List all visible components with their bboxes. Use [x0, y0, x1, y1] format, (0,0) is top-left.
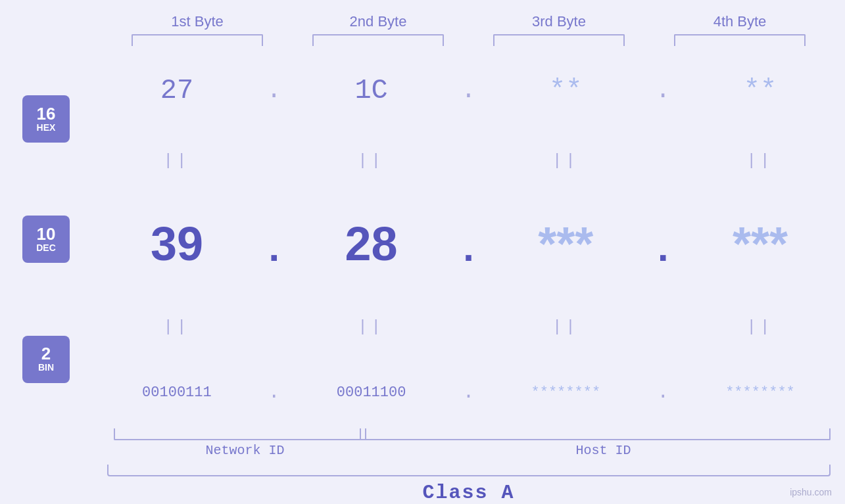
badges-column: 16 HEX 10 DEC 2 BIN [0, 53, 92, 426]
host-bracket [360, 428, 831, 440]
equals1-b2: || [299, 152, 444, 170]
equals1-b4: || [688, 152, 833, 170]
top-brackets [107, 34, 831, 46]
byte3-header: 3rd Byte [487, 13, 631, 30]
hex-byte1: 27 [105, 75, 249, 106]
main-grid: 16 HEX 10 DEC 2 BIN 27 . 1C . ** . ** [0, 53, 845, 426]
network-bracket [114, 428, 366, 440]
bin-dot3: . [650, 381, 676, 403]
bracket-byte4 [674, 34, 806, 46]
equals-row-2: || || || || [99, 317, 838, 337]
hex-dot1: . [261, 76, 287, 104]
class-bracket [107, 465, 831, 476]
dec-byte4: *** [688, 217, 833, 271]
hex-byte3: ** [493, 75, 638, 106]
badge-hex-label: HEX [37, 122, 56, 133]
badge-bin-number: 2 [41, 345, 51, 362]
bin-byte3: ******** [493, 384, 638, 401]
badge-dec-number: 10 [37, 225, 56, 242]
dec-dot2: . [455, 228, 481, 273]
network-id-label: Network ID [114, 443, 377, 458]
badge-bin-label: BIN [38, 362, 54, 373]
byte4-header: 4th Byte [667, 13, 812, 30]
equals1-b3: || [493, 152, 638, 170]
big-bracket-row [107, 465, 831, 476]
bin-byte4: ******** [688, 384, 833, 401]
dec-byte1: 39 [105, 217, 249, 271]
badge-dec: 10 DEC [22, 216, 70, 263]
hex-row: 27 . 1C . ** . ** [99, 75, 838, 106]
dec-row: 39 . 28 . *** . *** [99, 215, 838, 273]
main-container: 1st Byte 2nd Byte 3rd Byte 4th Byte 16 H… [0, 0, 845, 504]
class-row: Class A [107, 482, 831, 504]
byte-headers-row: 1st Byte 2nd Byte 3rd Byte 4th Byte [107, 0, 831, 30]
hex-byte2: 1C [299, 75, 444, 106]
bin-dot1: . [261, 381, 287, 403]
hex-dot3: . [650, 76, 676, 104]
dec-byte2: 28 [299, 217, 444, 271]
equals2-b2: || [299, 318, 444, 336]
equals2-b1: || [105, 318, 249, 336]
badge-hex: 16 HEX [22, 95, 70, 143]
equals2-b3: || [493, 318, 638, 336]
dec-dot1: . [261, 228, 287, 273]
badge-dec-label: DEC [36, 242, 56, 254]
dec-dot3: . [650, 228, 676, 273]
dec-byte3: *** [493, 217, 638, 271]
equals1-b1: || [105, 152, 249, 170]
equals2-b4: || [688, 318, 833, 336]
byte2-header: 2nd Byte [306, 13, 450, 30]
bracket-byte2 [312, 34, 444, 46]
badge-bin: 2 BIN [22, 336, 70, 383]
hex-byte4: ** [688, 75, 833, 106]
bracket-byte3 [493, 34, 625, 46]
bin-dot2: . [455, 381, 481, 403]
id-labels-row: Network ID Host ID [107, 443, 831, 458]
class-label: Class A [422, 482, 514, 504]
byte1-header: 1st Byte [125, 13, 270, 30]
bin-byte1: 00100111 [105, 384, 249, 401]
values-column: 27 . 1C . ** . ** || || || || 39 [92, 53, 845, 426]
badge-hex-number: 16 [37, 105, 56, 122]
host-id-label: Host ID [377, 443, 831, 458]
bin-byte2: 00011100 [299, 384, 444, 401]
watermark: ipshu.com [790, 487, 832, 497]
hex-dot2: . [455, 76, 481, 104]
bracket-byte1 [132, 34, 263, 46]
equals-row-1: || || || || [99, 150, 838, 170]
bin-row: 00100111 . 00011100 . ******** . *******… [99, 381, 838, 403]
bottom-brackets-row [107, 428, 831, 440]
